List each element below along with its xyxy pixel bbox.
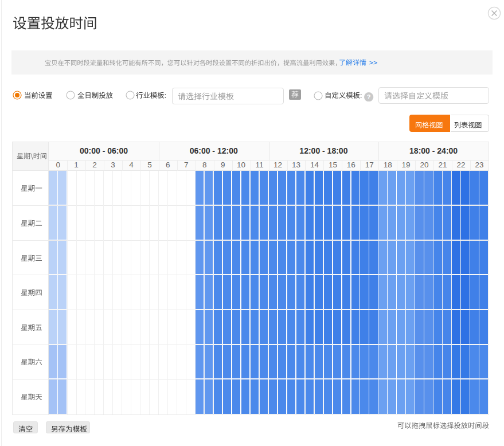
svg-text:?: ? xyxy=(367,93,371,100)
